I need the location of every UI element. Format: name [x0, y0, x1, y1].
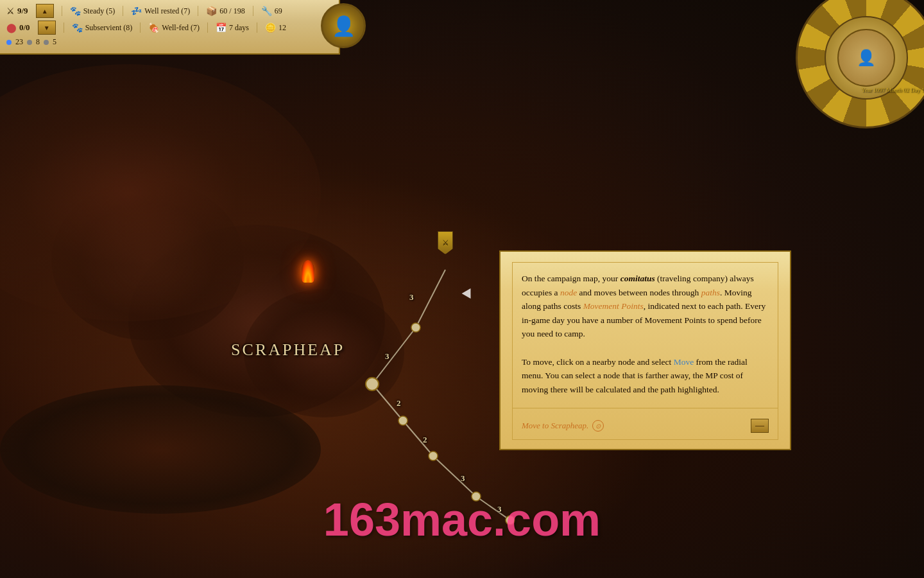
lower-troops-button[interactable]: ▼ — [38, 21, 56, 35]
comitatus-text: comitatus — [620, 274, 655, 283]
days-label: 7 days — [229, 23, 249, 33]
days-stat: 📅 7 days — [216, 22, 249, 33]
path-cost-2: 3 — [385, 351, 389, 362]
info-panel-inner: On the campaign map, your comitatus (tra… — [512, 262, 778, 440]
move-action-label: Move to Scrapheap. — [522, 421, 588, 431]
followers-stat: ⬤ 0/0 — [6, 22, 30, 33]
info-panel: On the campaign map, your comitatus (tra… — [499, 250, 791, 450]
sleep-icon: 💤 — [131, 6, 142, 17]
player-banner: ⚔ — [438, 231, 453, 254]
followers-icon: ⬤ — [6, 22, 17, 33]
path-cost-4: 2 — [423, 435, 427, 445]
calendar-icon: 📅 — [216, 22, 227, 33]
wellfed-stat: 🍖 Well-fed (7) — [148, 22, 200, 33]
troops-value: 9/9 — [17, 6, 28, 16]
morale-low-count: 5 — [53, 37, 56, 47]
supplies-label: 60 / 198 — [219, 6, 244, 16]
player-marker[interactable]: ⚔ — [438, 231, 453, 254]
torch — [302, 260, 314, 283]
morale-dot-mid — [27, 40, 32, 45]
rock-formation-4 — [0, 385, 321, 514]
info-paragraph-1: On the campaign map, your comitatus (tra… — [522, 272, 769, 341]
supplies-icon: 📦 — [206, 6, 217, 17]
morale-dot-high — [6, 40, 12, 45]
raise-troops-button[interactable]: ▲ — [36, 4, 54, 18]
wheel-outer: 👤 — [796, 0, 924, 128]
node-link[interactable]: node — [560, 288, 577, 297]
coin-icon: 🪙 — [265, 22, 276, 33]
calendar-date-label: Year 1097 Month 02 Day 11 — [862, 87, 925, 93]
wellfed-label: Well-fed (7) — [162, 23, 200, 33]
info-paragraph-2: To move, click on a nearby node and sele… — [522, 355, 769, 397]
info-p2-start: To move, click on a nearby node and sele… — [522, 357, 674, 367]
wellrested-label: Well rested (7) — [144, 6, 190, 16]
divider-1 — [62, 6, 62, 16]
morale-stat: 🐾 Steady (5) — [70, 6, 116, 17]
torch-flame — [302, 260, 314, 283]
subservient-stat: 🐾 Subservient (8) — [72, 22, 133, 33]
followers-value: 0/0 — [19, 22, 30, 33]
divider-2 — [123, 6, 123, 16]
divider-4 — [253, 6, 253, 16]
divider-8 — [257, 22, 257, 33]
morale-high-count: 23 — [15, 37, 23, 47]
coin-stat: 🪙 12 — [265, 22, 286, 33]
morale-icon: 🐾 — [70, 6, 81, 17]
tools-stat: 🔧 69 — [261, 6, 282, 17]
close-button[interactable]: — — [751, 419, 769, 433]
panel-separator — [513, 408, 778, 408]
tools-label: 69 — [275, 6, 282, 16]
location-label[interactable]: Scrapheap — [231, 340, 345, 360]
troops-icon: ⚔ — [6, 6, 15, 17]
info-footer: Move to Scrapheap. ⊙ — — [513, 414, 778, 439]
food-icon: 🍖 — [148, 22, 159, 33]
info-p1-mid2: and moves between nodes through — [577, 288, 701, 297]
divider-7 — [207, 22, 208, 33]
calendar-wheel[interactable]: 👤 Year 1097 Month 02 Day 11 — [796, 0, 924, 128]
info-text-body: On the campaign map, your comitatus (tra… — [513, 263, 778, 403]
move-action[interactable]: Move to Scrapheap. ⊙ — [522, 420, 604, 432]
movement-points-link[interactable]: Movement Points — [583, 301, 644, 311]
subservient-icon: 🐾 — [72, 22, 83, 33]
path-cost-6: 3 — [497, 504, 502, 514]
morale-label: Steady (5) — [83, 6, 116, 16]
wheel-face: 👤 — [837, 29, 895, 87]
top-hud: ⚔ 9/9 ▲ 🐾 Steady (5) 💤 Well rested (7) 📦… — [0, 0, 340, 55]
move-link[interactable]: Move — [674, 357, 694, 367]
morale-dots-row: 23 8 5 — [6, 37, 332, 47]
paths-link[interactable]: paths — [701, 288, 720, 297]
path-cost-3: 2 — [397, 398, 401, 408]
wellrested-stat: 💤 Well rested (7) — [131, 6, 190, 17]
divider-5 — [64, 22, 64, 33]
morale-mid-count: 8 — [36, 37, 40, 47]
tools-icon: 🔧 — [261, 6, 272, 17]
morale-dot-low — [44, 40, 49, 45]
path-cost-5: 3 — [461, 473, 465, 484]
subservient-label: Subservient (8) — [85, 23, 133, 33]
divider-6 — [140, 22, 141, 33]
divider-3 — [198, 6, 198, 16]
supplies-stat: 📦 60 / 198 — [206, 6, 244, 17]
company-medallion[interactable]: 👤 — [321, 3, 366, 48]
info-p1-start: On the campaign map, your — [522, 274, 620, 283]
move-action-icon: ⊙ — [592, 420, 604, 432]
troops-stat: ⚔ 9/9 — [6, 6, 28, 17]
medallion-circle: 👤 — [321, 3, 366, 48]
coin-label: 12 — [278, 23, 286, 33]
path-cost-1: 3 — [409, 292, 414, 302]
